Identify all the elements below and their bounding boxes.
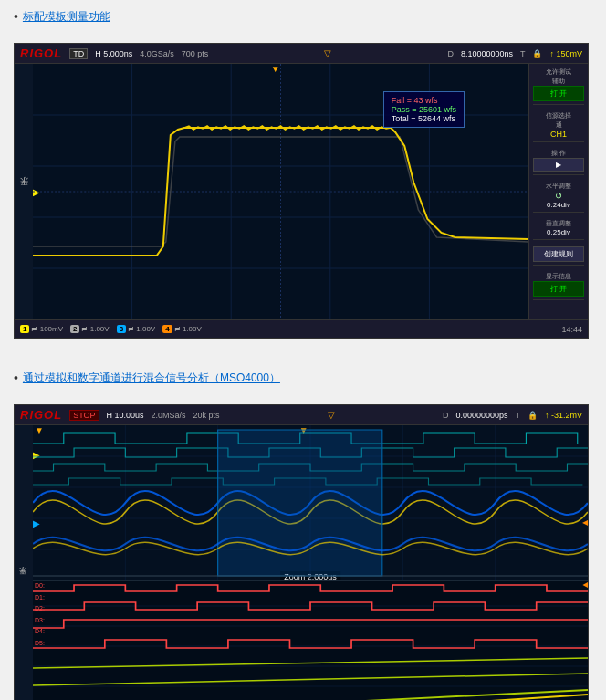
scope1-popup: Fail = 43 wfs Pass = 25601 wfs Total = 5… xyxy=(383,91,465,128)
digital-labels: D0: D1: D2: D3: D4: D5: xyxy=(35,580,45,650)
section1-link[interactable]: 标配模板测量功能 xyxy=(23,9,110,25)
scope1-time: 14:44 xyxy=(561,325,582,334)
scope1-ch3-val: ≓ 1.00V xyxy=(128,325,155,333)
scope2-trigval: 0.00000000ps xyxy=(455,411,507,420)
scope1-ch2-val: ≓ 1.00V xyxy=(81,325,109,333)
panel-hscale: 水平调整 ↺ 0.24div xyxy=(533,182,584,213)
scope2-t: T xyxy=(515,411,520,420)
scope1-ch2-badge: 2 ≓ 1.00V xyxy=(70,325,110,333)
scope1-trigtime: D xyxy=(447,49,454,58)
panel-btn-open3[interactable]: 打 开 xyxy=(533,281,584,297)
scope1-ch4-num: 4 xyxy=(162,325,172,333)
scope1-ch2-num: 2 xyxy=(70,325,79,333)
section1: • 标配模板测量功能 RIGOL TD H 5.000ns 4.0GSa/s 7… xyxy=(14,9,592,339)
scope2-samplenote: 20k pts xyxy=(193,411,220,420)
panel-btn-play[interactable]: ▶ xyxy=(533,158,584,172)
scope1-timebase: H 5.000ns xyxy=(95,49,132,58)
scope1-trigger-marker: ▽ xyxy=(324,48,331,58)
panel-label-vscale: 垂直调整 xyxy=(533,219,584,228)
panel-label-showinfo: 显示信息 xyxy=(533,272,584,281)
scope2-lock: 🔒 xyxy=(528,411,538,420)
scope1-ch4-val: ≓ 1.00V xyxy=(174,325,202,333)
scope2-trigger-marker: ▽ xyxy=(328,410,335,420)
panel-label-aux: 辅助 xyxy=(533,77,584,86)
scope2-body: 水平 CH1 ▶ ▶ ◀ ▶ Zoom 2.000us ▼ ▼ xyxy=(15,425,588,700)
scope2-d: D xyxy=(443,411,449,420)
panel-btn-open1[interactable]: 打 开 xyxy=(533,86,584,101)
section2-link[interactable]: 通过模拟和数字通道进行混合信号分析（MSO4000） xyxy=(23,371,280,386)
scope2-samplerate: 2.0MSa/s xyxy=(152,411,186,420)
scope1-lock: 🔒 xyxy=(532,49,542,58)
panel-label-hscale: 水平调整 xyxy=(533,182,584,191)
scope2-status: STOP xyxy=(69,410,99,421)
panel-hscale-val: 0.24div xyxy=(533,201,584,209)
scope1-ch1-num: 1 xyxy=(20,325,29,333)
scope1-t: T xyxy=(520,49,526,58)
scope2-voltage: ↑ -31.2mV xyxy=(545,411,582,420)
scope1-ch4-badge: 4 ≓ 1.00V xyxy=(162,325,202,333)
panel-showinfo: 显示信息 打 开 xyxy=(533,272,584,300)
scope1-screen: ▼ ▶ xyxy=(33,64,528,319)
scope2-ylabel: 水平 xyxy=(15,425,33,700)
scope1-ch1-badge: 1 ≓ 100mV xyxy=(20,325,63,333)
scope1-trigval: 8.10000000ns xyxy=(461,49,513,58)
scope2-timebase: H 10.00us xyxy=(107,411,144,420)
panel-label-allowtest: 允许测试 xyxy=(533,68,584,77)
bullet1: • xyxy=(14,9,18,25)
popup-pass: Pass = 25601 wfs xyxy=(392,105,456,114)
scope1-header: RIGOL TD H 5.000ns 4.0GSa/s 700 pts ▽ D … xyxy=(15,44,588,64)
panel-rotate-icon: ↺ xyxy=(533,191,584,201)
scope1-samplenote: 700 pts xyxy=(182,49,209,58)
popup-fail: Fail = 43 wfs xyxy=(392,96,456,105)
panel-label-source: 信源选择 xyxy=(533,111,584,120)
panel-vscale-val: 0.25div xyxy=(533,228,584,236)
scope1: RIGOL TD H 5.000ns 4.0GSa/s 700 pts ▽ D … xyxy=(14,43,589,339)
panel-createrule: 创建规则 xyxy=(533,246,584,266)
panel-operate: 操 作 ▶ xyxy=(533,149,584,175)
panel-source: 信源选择 通 CH1 xyxy=(533,111,584,142)
scope1-ch1-val: ≓ 100mV xyxy=(31,325,63,333)
section2-header: • 通过模拟和数字通道进行混合信号分析（MSO4000） xyxy=(14,371,592,393)
panel-allowtest: 允许测试 辅助 打 开 xyxy=(533,68,584,105)
scope1-right-panel: 允许测试 辅助 打 开 信源选择 通 CH1 操 作 ▶ 水平调整 ↺ 0.24… xyxy=(528,64,588,319)
scope2: RIGOL STOP H 10.00us 2.0MSa/s 20k pts ▽ … xyxy=(14,404,589,700)
bullet2: • xyxy=(14,371,18,386)
panel-btn-createrule[interactable]: 创建规则 xyxy=(533,246,584,262)
scope1-brand: RIGOL xyxy=(20,47,62,60)
scope1-footer: 1 ≓ 100mV 2 ≓ 1.00V 3 ≓ 1.00V 4 ≓ 1.00V … xyxy=(15,319,588,338)
scope1-ylabel: 水平 xyxy=(15,64,33,319)
panel-vscale: 垂直调整 0.25div xyxy=(533,219,584,240)
panel-label-operate: 操 作 xyxy=(533,149,584,158)
scope1-ch3-badge: 3 ≓ 1.00V xyxy=(117,325,156,333)
scope1-samplerate: 4.0GSa/s xyxy=(140,49,174,58)
scope2-brand: RIGOL xyxy=(20,408,62,422)
scope2-waveform xyxy=(33,425,588,700)
panel-label-ch1: CH1 xyxy=(533,130,584,139)
scope1-voltage: ↑ 150mV xyxy=(549,49,582,58)
section2: • 通过模拟和数字通道进行混合信号分析（MSO4000） RIGOL STOP … xyxy=(14,371,592,700)
popup-total: Total = 52644 wfs xyxy=(392,114,456,123)
panel-label-tong: 通 xyxy=(533,120,584,130)
scope1-body: 水平 ▼ ▶ xyxy=(15,64,588,319)
section1-header: • 标配模板测量功能 xyxy=(14,9,592,32)
scope2-screen: CH1 ▶ ▶ ◀ ▶ Zoom 2.000us ▼ ▼ xyxy=(33,425,588,700)
scope2-header: RIGOL STOP H 10.00us 2.0MSa/s 20k pts ▽ … xyxy=(15,405,588,425)
scope1-ch3-num: 3 xyxy=(117,325,126,333)
scope1-status: TD xyxy=(69,48,88,59)
